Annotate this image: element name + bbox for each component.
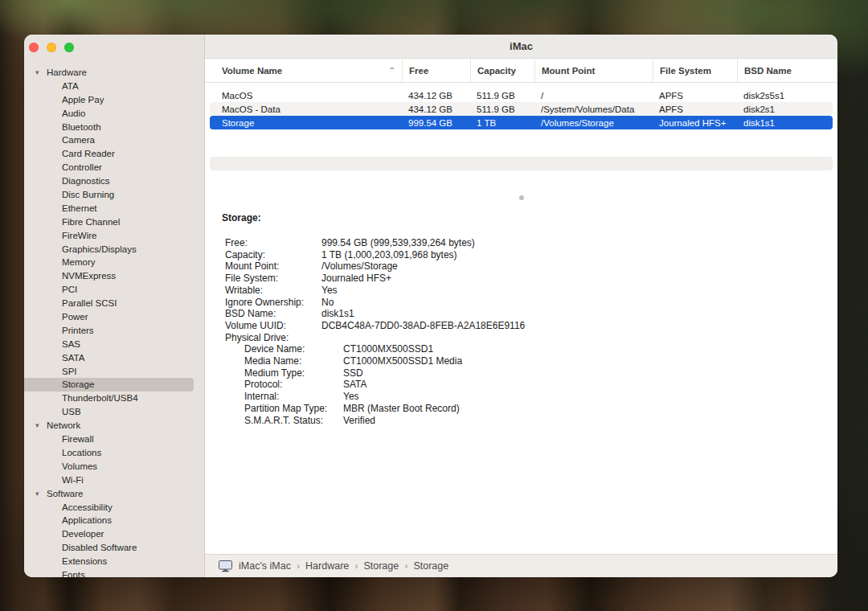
volume-row-macos[interactable]: MacOS434.12 GB511.9 GB/APFSdisk2s5s1 — [210, 88, 833, 102]
sidebar-item-apple-pay[interactable]: Apple Pay — [24, 93, 204, 107]
sidebar-item-wi-fi[interactable]: Wi-Fi — [24, 474, 204, 487]
sidebar-item-printers[interactable]: Printers — [24, 324, 204, 338]
sidebar-item-accessibility[interactable]: Accessibility — [24, 501, 204, 515]
sidebar-item-usb[interactable]: USB — [24, 405, 204, 419]
detail-value: SATA — [343, 379, 367, 391]
volume-row-macos-data[interactable]: MacOS - Data434.12 GB511.9 GB/System/Vol… — [210, 102, 833, 116]
sidebar-item-disc-burning[interactable]: Disc Burning — [24, 188, 204, 202]
sidebar-section-label: Network — [47, 420, 80, 430]
detail-row-media-name: Media Name:CT1000MX500SSD1 Media — [225, 355, 837, 367]
cell-free: 999.54 GB — [402, 118, 470, 128]
cell-volume-name: Storage — [210, 118, 402, 128]
sidebar-item-audio[interactable]: Audio — [24, 107, 204, 121]
detail-label: Protocol: — [244, 379, 343, 391]
sidebar-section-software[interactable]: ▾Software — [24, 487, 204, 501]
chevron-down-icon[interactable]: ▾ — [35, 419, 47, 433]
detail-label: Physical Drive: — [225, 332, 321, 344]
volume-row-storage[interactable]: Storage999.54 GB1 TB/Volumes/StorageJour… — [210, 116, 833, 129]
sidebar-item-applications[interactable]: Applications — [24, 514, 204, 527]
cell-mount-point: /System/Volumes/Data — [534, 105, 653, 114]
column-header-volume-name[interactable]: Volume Name⌃ — [205, 59, 402, 82]
detail-label: Partition Map Type: — [244, 403, 343, 415]
detail-row-capacity: Capacity:1 TB (1,000,203,091,968 bytes) — [225, 249, 837, 261]
sidebar-item-sata[interactable]: SATA — [24, 351, 204, 365]
details-title: Storage: — [222, 212, 837, 223]
details-panel: Storage: Free:999.54 GB (999,539,339,264… — [205, 212, 837, 426]
sidebar-item-sas[interactable]: SAS — [24, 338, 204, 351]
desktop-wallpaper: ▾HardwareATAApple PayAudioBluetoothCamer… — [0, 0, 868, 611]
column-header-mount-point[interactable]: Mount Point — [534, 59, 653, 82]
column-header-label: Capacity — [477, 66, 516, 76]
detail-label: Internal: — [244, 391, 343, 403]
detail-value: Journaled HFS+ — [321, 273, 391, 285]
column-header-label: File System — [660, 66, 711, 76]
breadcrumb-separator: › — [297, 560, 300, 572]
detail-label: Device Name: — [244, 343, 343, 355]
sidebar-item-spi[interactable]: SPI — [24, 365, 204, 379]
sidebar-list: ▾HardwareATAApple PayAudioBluetoothCamer… — [24, 66, 204, 577]
sidebar-item-camera[interactable]: Camera — [24, 133, 204, 147]
detail-row-medium-type: Medium Type:SSD — [225, 367, 837, 379]
sidebar-item-parallel-scsi[interactable]: Parallel SCSI — [24, 297, 204, 310]
breadcrumb-separator: › — [404, 560, 407, 572]
detail-label: S.M.A.R.T. Status: — [244, 415, 343, 427]
sidebar-item-firewire[interactable]: FireWire — [24, 229, 204, 243]
detail-value: MBR (Master Boot Record) — [343, 403, 460, 415]
column-header-bsd-name[interactable]: BSD Name — [737, 59, 837, 82]
close-button[interactable] — [29, 43, 39, 52]
sidebar-item-ethernet[interactable]: Ethernet — [24, 202, 204, 215]
detail-row-s-m-a-r-t-status: S.M.A.R.T. Status:Verified — [225, 415, 837, 427]
breadcrumb-item[interactable]: Hardware — [305, 560, 349, 572]
breadcrumb-separator: › — [354, 560, 358, 572]
sidebar-item-fonts[interactable]: Fonts — [24, 568, 204, 577]
chevron-down-icon[interactable]: ▾ — [35, 66, 47, 80]
detail-row-partition-map-type: Partition Map Type:MBR (Master Boot Reco… — [225, 403, 837, 415]
detail-label: Capacity: — [225, 249, 321, 261]
detail-row-bsd-name: BSD Name:disk1s1 — [225, 308, 837, 320]
sidebar-item-ata[interactable]: ATA — [24, 80, 204, 93]
minimize-button[interactable] — [47, 43, 56, 52]
sidebar-item-pci[interactable]: PCI — [24, 283, 204, 297]
sidebar-item-thunderbolt-usb4[interactable]: Thunderbolt/USB4 — [24, 392, 204, 405]
column-header-label: BSD Name — [744, 66, 792, 76]
computer-icon — [219, 560, 232, 572]
breadcrumb-item[interactable]: Storage — [413, 560, 448, 572]
zoom-button[interactable] — [64, 43, 74, 52]
splitter-handle-icon[interactable] — [519, 195, 524, 200]
sidebar-item-card-reader[interactable]: Card Reader — [24, 147, 204, 161]
sidebar-item-power[interactable]: Power — [24, 310, 204, 324]
sidebar-item-developer[interactable]: Developer — [24, 527, 204, 541]
sidebar-item-extensions[interactable]: Extensions — [24, 555, 204, 568]
sidebar-item-diagnostics[interactable]: Diagnostics — [24, 174, 204, 188]
sidebar-section-hardware[interactable]: ▾Hardware — [24, 66, 204, 80]
column-header-capacity[interactable]: Capacity — [470, 59, 534, 82]
column-header-free[interactable]: Free — [402, 59, 470, 82]
sidebar-item-volumes[interactable]: Volumes — [24, 460, 204, 474]
pane-splitter[interactable] — [205, 193, 837, 201]
title-bar[interactable]: iMac — [205, 35, 837, 59]
detail-label: Free: — [225, 237, 321, 249]
breadcrumb-item[interactable]: Storage — [363, 560, 399, 572]
sidebar-item-storage[interactable]: Storage — [24, 378, 194, 392]
sidebar-item-locations[interactable]: Locations — [24, 446, 204, 460]
detail-row-free: Free:999.54 GB (999,539,339,264 bytes) — [225, 237, 837, 249]
sidebar-item-nvmexpress[interactable]: NVMExpress — [24, 269, 204, 283]
sidebar-item-disabled-software[interactable]: Disabled Software — [24, 541, 204, 555]
sidebar-item-graphics-displays[interactable]: Graphics/Displays — [24, 243, 204, 256]
detail-fields: Free:999.54 GB (999,539,339,264 bytes)Ca… — [222, 237, 837, 426]
sidebar-item-fibre-channel[interactable]: Fibre Channel — [24, 215, 204, 229]
cell-bsd-name: disk1s1 — [737, 118, 833, 128]
sidebar-item-bluetooth[interactable]: Bluetooth — [24, 121, 204, 134]
sidebar-item-firewall[interactable]: Firewall — [24, 433, 204, 446]
breadcrumb-item[interactable]: iMac's iMac — [239, 560, 291, 572]
cell-bsd-name: disk2s5s1 — [737, 91, 833, 100]
sidebar-section-network[interactable]: ▾Network — [24, 419, 204, 433]
status-bar: iMac's iMac›Hardware›Storage›Storage — [205, 554, 837, 577]
detail-row-protocol: Protocol:SATA — [225, 379, 837, 391]
chevron-down-icon[interactable]: ▾ — [35, 487, 47, 501]
column-header-label: Volume Name — [222, 66, 282, 76]
detail-label: Mount Point: — [225, 260, 321, 273]
column-header-file-system[interactable]: File System — [653, 59, 737, 82]
sidebar-item-memory[interactable]: Memory — [24, 256, 204, 269]
sidebar-item-controller[interactable]: Controller — [24, 161, 204, 174]
